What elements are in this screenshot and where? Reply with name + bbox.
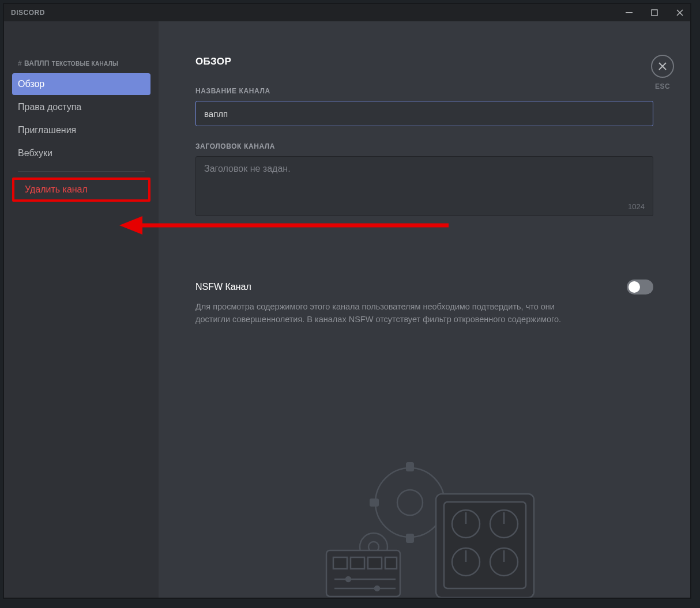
sidebar-divider: [18, 171, 145, 172]
settings-sidebar: # ВАПЛП ТЕКСТОВЫЕ КАНАЛЫ Обзор Права дос…: [4, 21, 159, 598]
svg-rect-5: [406, 534, 414, 543]
channel-category-label: ТЕКСТОВЫЕ КАНАЛЫ: [52, 61, 118, 67]
sidebar-item-label: Приглашения: [18, 124, 76, 137]
sidebar-item-label: Обзор: [18, 78, 44, 90]
close-window-button[interactable]: [674, 7, 686, 18]
channel-topic-input[interactable]: Заголовок не задан. 1024: [195, 156, 653, 216]
sidebar-item-delete-channel[interactable]: Удалить канал: [14, 180, 148, 199]
svg-point-28: [375, 586, 379, 591]
page-title: ОБЗОР: [195, 56, 653, 67]
sidebar-item-permissions[interactable]: Права доступа: [12, 96, 150, 118]
delete-channel-label: Удалить канал: [25, 184, 88, 194]
svg-rect-21: [333, 557, 347, 569]
channel-topic-label: ЗАГОЛОВОК КАНАЛА: [195, 142, 653, 150]
close-label: ESC: [655, 82, 670, 90]
svg-point-27: [346, 577, 351, 581]
sidebar-item-overview[interactable]: Обзор: [12, 73, 150, 95]
char-counter: 1024: [628, 202, 645, 211]
close-icon: [651, 55, 674, 78]
settings-main: ОБЗОР НАЗВАНИЕ КАНАЛА ЗАГОЛОВОК КАНАЛА З…: [159, 21, 690, 598]
svg-rect-23: [368, 557, 382, 569]
delete-channel-highlight: Удалить канал: [12, 178, 150, 202]
sidebar-item-invites[interactable]: Приглашения: [12, 119, 150, 141]
sidebar-item-label: Права доступа: [18, 101, 81, 114]
svg-rect-6: [370, 499, 379, 507]
sidebar-header: # ВАПЛП ТЕКСТОВЫЕ КАНАЛЫ: [12, 56, 150, 73]
nsfw-title: NSFW Канал: [195, 282, 251, 292]
svg-point-2: [375, 468, 445, 537]
svg-rect-22: [351, 557, 364, 569]
channel-topic-placeholder: Заголовок не задан.: [204, 164, 291, 173]
svg-rect-1: [652, 10, 657, 16]
hash-icon: #: [18, 59, 22, 67]
svg-rect-0: [626, 12, 633, 13]
sidebar-item-webhooks[interactable]: Вебхуки: [12, 142, 150, 164]
nsfw-description: Для просмотра содержимого этого канала п…: [195, 300, 570, 326]
channel-name-caps: ВАПЛП: [24, 59, 50, 67]
maximize-button[interactable]: [649, 7, 660, 18]
nsfw-toggle[interactable]: [627, 280, 653, 294]
decorative-illustration: [303, 448, 545, 598]
channel-name-label: НАЗВАНИЕ КАНАЛА: [195, 87, 653, 95]
channel-name-input[interactable]: [195, 101, 653, 126]
toggle-knob: [629, 281, 640, 293]
close-settings[interactable]: ESC: [651, 55, 674, 90]
app-logo: DISCORD: [11, 9, 45, 17]
window-controls: [623, 7, 686, 18]
app-window: DISCORD # ВАПЛП ТЕКСТОВЫЕ КАНАЛЫ Обзор: [3, 3, 691, 599]
window-titlebar: DISCORD: [4, 4, 690, 21]
sidebar-item-label: Вебхуки: [18, 147, 52, 160]
minimize-button[interactable]: [623, 7, 635, 18]
svg-rect-4: [406, 462, 414, 471]
svg-rect-24: [385, 557, 397, 569]
